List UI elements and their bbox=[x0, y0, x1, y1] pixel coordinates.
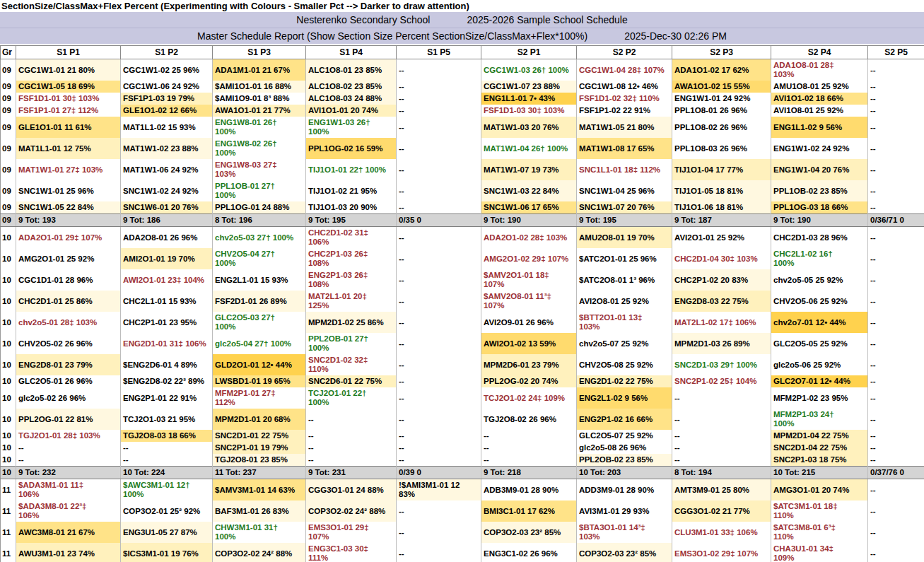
schedule-cell: PPL1O8-02 26 96% bbox=[672, 117, 771, 138]
schedule-name: 2025-2026 Sample School Schedule bbox=[467, 14, 627, 25]
schedule-cell: GLE1O1-01 11 61% bbox=[16, 117, 121, 138]
schedule-cell: SNC2D1-04 22 75% bbox=[771, 442, 868, 454]
schedule-cell: EMS3O1-02 29‡ 107% bbox=[672, 543, 771, 562]
schedule-cell: AMI2O1-01 19 70% bbox=[121, 248, 213, 269]
schedule-cell: ENG3C1-03 30‡ 111% bbox=[306, 543, 397, 562]
schedule-cell: SNC1W6-01 20 76% bbox=[121, 201, 213, 214]
schedule-cell: PPL1O8-01 26 96% bbox=[672, 105, 771, 117]
column-header-s1-p3: S1 P3 bbox=[213, 46, 306, 59]
schedule-row-grade-09: 09FSF1P1-01 27‡ 112%GLE1O1-02 12 66%AWA1… bbox=[1, 105, 924, 117]
schedule-cell: -- bbox=[397, 227, 481, 249]
column-header-s2-p4: S2 P4 bbox=[771, 46, 868, 59]
schedule-cell: PPL1OB-01 27† 100% bbox=[213, 180, 306, 201]
schedule-cell: CGG3O1-01 24 88% bbox=[306, 479, 397, 501]
schedule-cell: GLE1O1-02 12 66% bbox=[121, 105, 213, 117]
schedule-cell: CLU3M1-01 33‡ 106% bbox=[672, 522, 771, 543]
schedule-cell: GLC2O5-05 25 92% bbox=[771, 333, 868, 354]
schedule-cell: -- bbox=[868, 409, 924, 430]
schedule-cell: MAT1W1-03 20 76% bbox=[481, 117, 577, 138]
schedule-cell: CHC2D1-04 30‡ 103% bbox=[672, 248, 771, 269]
schedule-cell: CGC1W1-08 12• 46% bbox=[577, 81, 672, 93]
schedule-cell: ENG2D1-01 31‡ 106% bbox=[121, 333, 213, 354]
schedule-cell: CHV2O5-08 25 92% bbox=[577, 354, 672, 375]
totals-cell: 10 Tot: 215 bbox=[771, 467, 868, 479]
schedule-row-grade-11: 11$ADA3M8-01 22³‡ 106%COP3O2-01 25² 92%B… bbox=[1, 500, 924, 522]
schedule-cell: -- bbox=[868, 454, 924, 467]
report-timestamp: 2025-Dec-30 02:26 PM bbox=[624, 30, 727, 42]
schedule-cell: -- bbox=[397, 138, 481, 159]
schedule-cell: ENG2P1-03 26‡ 108% bbox=[306, 269, 397, 291]
schedule-cell: CHV2O5-04 27† 100% bbox=[213, 248, 306, 269]
totals-cell: 9 Tot: 195 bbox=[306, 214, 397, 227]
schedule-cell: ENG2P1-02 16 66% bbox=[577, 409, 672, 430]
schedule-cell: BAF3M1-01 26 83% bbox=[213, 500, 306, 522]
schedule-row-grade-10: 10AMG2O1-01 25 92%AMI2O1-01 19 70%CHV2O5… bbox=[1, 248, 924, 269]
schedule-cell: -- bbox=[397, 442, 481, 454]
grade-cell: 10 bbox=[1, 387, 16, 409]
schedule-cell: TCJ2O1-01 22† 100% bbox=[306, 387, 397, 409]
grade-cell: 09 bbox=[1, 117, 16, 138]
schedule-cell: LWSBD1-01 19 65% bbox=[213, 375, 306, 387]
schedule-cell: ENG2D1-02 22 75% bbox=[577, 375, 672, 387]
schedule-cell: -- bbox=[868, 269, 924, 291]
schedule-cell: FSF1P1-01 27‡ 112% bbox=[16, 105, 121, 117]
schedule-row-grade-10: 10PPL2OG-01 22 81%TCJ2O1-03 21 95%MPM2D1… bbox=[1, 409, 924, 430]
schedule-cell: -- bbox=[306, 454, 397, 467]
schedule-row-grade-09: 09SNC1W1-05 22 84%SNC1W6-01 20 76%PPL1OG… bbox=[1, 201, 924, 214]
schedule-cell: $ENG2D8-02 22³ 89% bbox=[121, 375, 213, 387]
schedule-cell: $AWC3M1-01 12† 100% bbox=[121, 479, 213, 501]
schedule-cell: AMU1O8-01 25 92% bbox=[771, 81, 868, 93]
grade-cell: 10 bbox=[1, 467, 16, 479]
schedule-cell: MFM2P1-02 23 95% bbox=[771, 387, 868, 409]
schedule-cell: AMU2O8-01 19 70% bbox=[577, 227, 672, 249]
schedule-cell: ADA1O8-01 28‡ 103% bbox=[771, 59, 868, 81]
schedule-cell: chv2o5-03 27† 100% bbox=[213, 227, 306, 249]
schedule-row-grade-09: 09CGC1W1-05 18 69%CGC1W1-06 24 92%$AMI1O… bbox=[1, 81, 924, 93]
totals-cell: 10 Tot: 203 bbox=[577, 467, 672, 479]
schedule-cell: TGJ2O8-03 18 66% bbox=[121, 430, 213, 442]
schedule-cell: ENG2D8-01 23 79% bbox=[16, 354, 121, 375]
schedule-cell: -- bbox=[397, 454, 481, 467]
schedule-cell: CGC1W1-06 24 92% bbox=[121, 81, 213, 93]
schedule-cell: AWC3M8-01 21 67% bbox=[16, 522, 121, 543]
schedule-cell: TIJ1O1-01 22† 100% bbox=[306, 159, 397, 180]
schedule-cell: ENG2P1-01 22 91% bbox=[121, 387, 213, 409]
schedule-cell: -- bbox=[306, 430, 397, 442]
schedule-cell: TCJ2O1-03 21 95% bbox=[121, 409, 213, 430]
schedule-cell: ENG2D8-03 22 75% bbox=[672, 291, 771, 312]
totals-cell: 9 Tot: 190 bbox=[481, 214, 577, 227]
totals-cell: 0/36/71 0 bbox=[868, 214, 924, 227]
totals-cell: 0/37/76 0 bbox=[868, 467, 924, 479]
schedule-cell: MPM2D1-04 22 75% bbox=[771, 430, 868, 442]
totals-cell: 9 Tot: 186 bbox=[121, 214, 213, 227]
column-header-s2-p5: S2 P5 bbox=[868, 46, 924, 59]
schedule-cell: FSF1D1-02 32‡ 110% bbox=[577, 93, 672, 105]
schedule-cell: -- bbox=[397, 248, 481, 269]
schedule-cell: -- bbox=[397, 93, 481, 105]
schedule-row-grade-10: 10chv2o5-01 28‡ 103%CHC2P1-01 23 95%GLC2… bbox=[1, 312, 924, 333]
schedule-cell: TIJ1O1-06 18 81% bbox=[672, 201, 771, 214]
schedule-cell: MFM2P1-01 27‡ 112% bbox=[213, 387, 306, 409]
schedule-cell: SNC2D1-03 29† 100% bbox=[672, 354, 771, 375]
schedule-row-grade-10: 10ADA2O1-01 29‡ 107%ADA2O8-01 26 96%chv2… bbox=[1, 227, 924, 249]
schedule-cell: -- bbox=[306, 409, 397, 430]
totals-cell: 9 Tot: 193 bbox=[16, 214, 121, 227]
grade-cell: 10 bbox=[1, 227, 16, 249]
grade-cell: 10 bbox=[1, 409, 16, 430]
schedule-cell: MPM2D6-01 23 79% bbox=[481, 354, 577, 375]
schedule-cell: AWU3M1-01 23 74% bbox=[16, 543, 121, 562]
schedule-cell: MAT1W1-02 23 88% bbox=[121, 138, 213, 159]
schedule-cell: -- bbox=[397, 180, 481, 201]
school-banner: Nesterenko Secondary School 2025-2026 Sa… bbox=[0, 12, 924, 28]
grade-cell: 09 bbox=[1, 138, 16, 159]
schedule-cell: SNC1W1-02 24 92% bbox=[121, 180, 213, 201]
grade-cell: 09 bbox=[1, 93, 16, 105]
schedule-cell: $ATC3M1-01 18‡ 110% bbox=[771, 500, 868, 522]
schedule-cell: $ADA3M1-01 11‡ 106% bbox=[16, 479, 121, 501]
schedule-cell: PPL1OG-01 24 88% bbox=[213, 201, 306, 214]
schedule-cell: ENG1W1-02 24 92% bbox=[771, 138, 868, 159]
schedule-cell: PPL1OG-03 18 66% bbox=[771, 201, 868, 214]
schedule-cell: AMT3M9-01 25 80% bbox=[672, 479, 771, 501]
schedule-cell: -- bbox=[672, 454, 771, 467]
grade-cell: 11 bbox=[1, 522, 16, 543]
